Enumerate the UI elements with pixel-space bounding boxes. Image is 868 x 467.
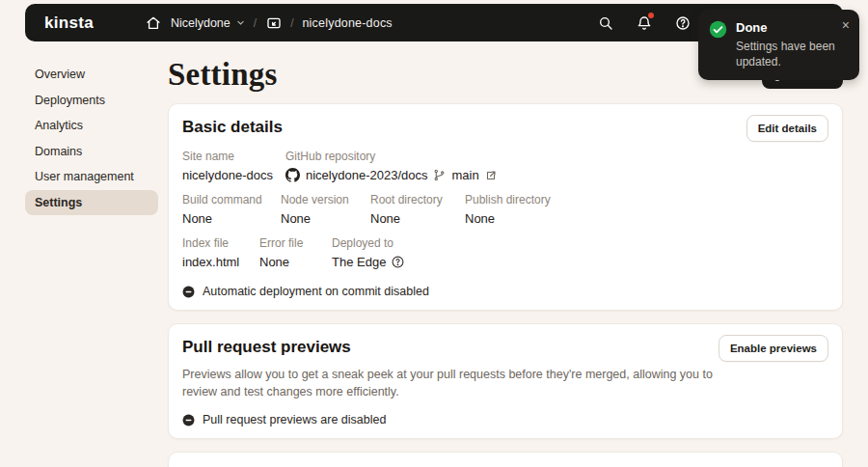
basic-details-card: Basic details Edit details Site name nic… (168, 103, 843, 311)
notifications-bell-icon[interactable] (636, 14, 652, 31)
build-command-label: Build command (182, 193, 269, 206)
environment-variables-card: Environment variables Add variables (168, 452, 843, 467)
toast-notification: Done Settings have been updated. × (698, 10, 859, 80)
github-repo-value: nicelydone-2023/docs (306, 168, 427, 182)
main-content: Settings Basic details Edit details Site… (168, 52, 843, 467)
index-file-value: index.html (182, 255, 248, 269)
root-directory-value: None (370, 211, 453, 226)
toast-title: Done (736, 20, 837, 35)
site-name-value: nicelydone-docs (182, 168, 274, 182)
site-name-label: Site name (182, 150, 274, 163)
index-file-label: Index file (182, 236, 248, 250)
breadcrumb-separator: / (290, 16, 293, 30)
kinsta-logo[interactable]: kinsta (44, 14, 94, 33)
error-file-label: Error file (259, 236, 320, 250)
pull-request-previews-card: Pull request previews Enable previews Pr… (168, 323, 843, 439)
deployed-to-value: The Edge (332, 255, 386, 269)
close-icon[interactable]: × (842, 18, 850, 32)
sidebar-item-analytics[interactable]: Analytics (25, 113, 158, 139)
topbar-actions (597, 14, 691, 31)
github-icon (285, 168, 300, 182)
root-directory-label: Root directory (370, 193, 453, 206)
external-link-icon[interactable] (485, 170, 497, 181)
auto-deploy-status: Automatic deployment on commit disabled (182, 285, 828, 298)
sidebar-item-domains[interactable]: Domains (25, 139, 158, 165)
basic-details-title: Basic details (182, 116, 828, 139)
sidebar-item-user-management[interactable]: User management (25, 164, 158, 190)
toast-message: Settings have been updated. (736, 39, 837, 69)
company-name: Nicelydone (171, 16, 231, 30)
sidebar-item-deployments[interactable]: Deployments (25, 88, 158, 114)
enable-previews-button[interactable]: Enable previews (719, 335, 828, 362)
help-circle-icon[interactable] (392, 256, 404, 268)
deployed-to-label: Deployed to (332, 236, 404, 250)
disabled-minus-circle-icon (182, 414, 195, 426)
error-file-value: None (259, 255, 320, 269)
sidebar-item-settings[interactable]: Settings (25, 190, 158, 216)
breadcrumb: Nicelydone / / nicelydone-docs (146, 14, 393, 31)
help-icon[interactable] (674, 14, 691, 31)
success-check-icon (709, 20, 727, 39)
sidebar-item-overview[interactable]: Overview (25, 62, 158, 88)
breadcrumb-site[interactable]: nicelydone-docs (302, 16, 392, 30)
notification-dot (648, 13, 654, 18)
edit-details-button[interactable]: Edit details (746, 115, 828, 142)
github-repository-label: GitHub repository (285, 150, 497, 163)
disabled-minus-circle-icon (182, 286, 195, 298)
home-icon[interactable] (146, 14, 162, 31)
pr-previews-status-text: Pull request previews are disabled (203, 413, 386, 426)
breadcrumb-separator: / (254, 16, 257, 30)
sidebar: Overview Deployments Analytics Domains U… (25, 62, 158, 215)
search-icon[interactable] (597, 14, 613, 31)
node-version-value: None (281, 211, 359, 226)
publish-directory-value: None (465, 211, 551, 226)
breadcrumb-company[interactable]: Nicelydone (171, 16, 245, 30)
node-version-label: Node version (281, 193, 359, 206)
static-site-icon (265, 14, 282, 31)
pr-previews-status: Pull request previews are disabled (182, 413, 828, 426)
publish-directory-label: Publish directory (465, 193, 551, 206)
pull-request-previews-description: Previews allow you to get a sneak peek a… (182, 366, 727, 400)
github-branch-value: main (451, 168, 478, 182)
build-command-value: None (182, 211, 269, 226)
auto-deploy-status-text: Automatic deployment on commit disabled (203, 285, 429, 298)
chevron-down-icon (236, 18, 245, 27)
git-branch-icon (433, 169, 446, 181)
